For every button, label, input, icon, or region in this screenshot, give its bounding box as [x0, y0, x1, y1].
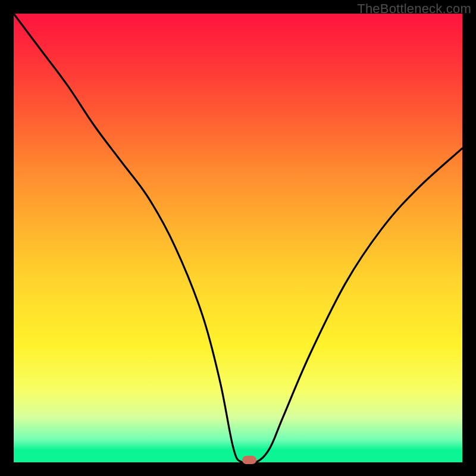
- plot-area: [14, 14, 462, 462]
- watermark-text: TheBottleneck.com: [357, 1, 471, 17]
- chart-frame: TheBottleneck.com: [0, 0, 476, 476]
- bottleneck-curve: [14, 14, 462, 462]
- optimal-marker: [242, 456, 256, 464]
